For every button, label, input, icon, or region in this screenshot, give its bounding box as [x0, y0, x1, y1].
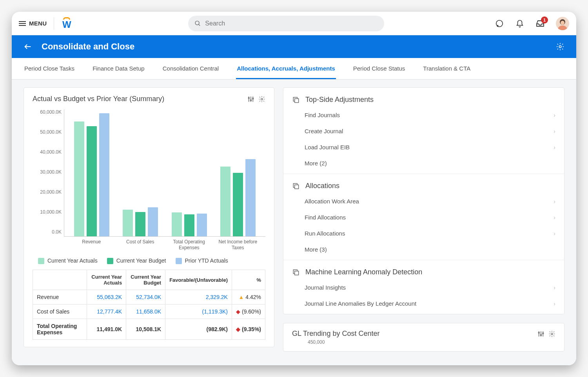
- tab-period-close-status[interactable]: Period Close Status: [352, 58, 406, 79]
- chat-icon[interactable]: [495, 19, 504, 28]
- task-item-label: Load Journal EIB: [305, 144, 350, 150]
- table-row: Cost of Sales12,777.4K11,658.0K(1,119.3K…: [33, 304, 265, 319]
- row-budget[interactable]: 11,658.0K: [126, 304, 165, 319]
- chevron-right-icon: ›: [554, 301, 555, 307]
- task-item-label: Find Journals: [305, 112, 340, 118]
- gl-settings-button[interactable]: [548, 330, 555, 337]
- bar[interactable]: [172, 212, 182, 236]
- bar[interactable]: [135, 212, 145, 236]
- legend-label: Prior YTD Actuals: [185, 257, 228, 264]
- bar[interactable]: [197, 214, 207, 237]
- page-title: Consolidate and Close: [42, 42, 134, 52]
- menu-label: MENU: [29, 20, 47, 27]
- chevron-right-icon: ›: [554, 214, 555, 221]
- row-fav[interactable]: (1,119.3K): [165, 304, 232, 319]
- svg-point-24: [541, 334, 542, 335]
- bar[interactable]: [123, 210, 133, 236]
- bar[interactable]: [148, 207, 158, 237]
- bar[interactable]: [220, 167, 230, 237]
- table-header-pct: %: [232, 270, 265, 290]
- legend-item: Prior YTD Actuals: [176, 257, 228, 264]
- task-item[interactable]: Run Allocations›: [283, 225, 564, 241]
- bar[interactable]: [74, 121, 84, 236]
- task-section-header: Allocations: [283, 176, 564, 193]
- tasks-card: Top-Side AdjustmentsFind Journals›Create…: [283, 87, 564, 314]
- bar[interactable]: [245, 159, 256, 236]
- row-fav: (982.9K): [165, 319, 232, 340]
- task-item-label: More (2): [305, 160, 327, 167]
- row-fav[interactable]: 2,329.2K: [165, 290, 232, 304]
- tab-allocations-accruals-adjustments[interactable]: Allocations, Accruals, Adjustments: [236, 58, 336, 79]
- y-tick: 0.0K: [52, 229, 62, 235]
- task-item-label: Create Journal: [305, 128, 343, 134]
- divider: [54, 17, 54, 30]
- legend-swatch: [107, 258, 113, 264]
- page-settings-button[interactable]: [556, 42, 564, 51]
- task-section-header: Machine Learning Anomaly Detection: [283, 263, 564, 279]
- bar[interactable]: [87, 126, 97, 236]
- bar-group: [218, 159, 258, 236]
- task-item[interactable]: Allocation Work Area›: [283, 193, 564, 209]
- tab-translation-cta[interactable]: Translation & CTA: [422, 58, 471, 79]
- inbox-icon[interactable]: 1: [535, 19, 545, 28]
- x-tick: Net Income before Taxes: [218, 239, 258, 250]
- svg-point-13: [261, 98, 263, 100]
- row-actuals[interactable]: 12,777.4K: [87, 304, 126, 319]
- triangle-up-icon: ▲: [238, 294, 244, 300]
- search-input[interactable]: [205, 20, 378, 27]
- task-item-label: Run Allocations: [305, 230, 345, 237]
- gl-trending-card: GL Trending by Cost Center 450,000: [283, 323, 564, 352]
- tab-consolidation-central[interactable]: Consolidation Central: [162, 58, 220, 79]
- legend-swatch: [38, 258, 44, 264]
- row-actuals[interactable]: 55,063.2K: [87, 290, 126, 304]
- task-item[interactable]: Load Journal EIB›: [283, 139, 564, 155]
- task-item[interactable]: Journal Line Anomalies By Ledger Account…: [283, 295, 564, 312]
- row-label: Cost of Sales: [33, 304, 87, 319]
- y-tick: 40,000.0K: [40, 149, 62, 155]
- task-item[interactable]: More (3): [283, 241, 564, 257]
- task-item[interactable]: Create Journal›: [283, 123, 564, 139]
- svg-point-6: [559, 45, 561, 48]
- x-tick: Total Operating Expenses: [169, 239, 209, 250]
- svg-point-10: [248, 97, 249, 98]
- task-item[interactable]: More (2): [283, 155, 564, 171]
- task-item[interactable]: Journal Insights›: [283, 279, 564, 295]
- task-item-label: Find Allocations: [305, 214, 346, 221]
- legend-swatch: [176, 258, 182, 264]
- bar[interactable]: [99, 113, 109, 237]
- search-field[interactable]: [188, 16, 384, 31]
- hamburger-icon: [19, 21, 26, 26]
- chart-plot: [64, 109, 265, 237]
- bar[interactable]: [184, 214, 194, 236]
- legend-label: Current Year Actuals: [47, 257, 98, 264]
- menu-button[interactable]: MENU: [19, 20, 47, 27]
- svg-point-0: [195, 21, 199, 25]
- chart-settings-button[interactable]: [258, 96, 265, 103]
- tab-finance-data-setup[interactable]: Finance Data Setup: [92, 58, 145, 79]
- table-header-budget: Current Year Budget: [126, 270, 165, 290]
- task-item-label: Journal Line Anomalies By Ledger Account: [305, 300, 416, 307]
- chevron-right-icon: ›: [554, 144, 555, 150]
- gear-icon: [258, 96, 265, 103]
- chart-x-axis: RevenueCost of SalesTotal Operating Expe…: [64, 237, 265, 250]
- svg-point-5: [561, 21, 564, 25]
- back-button[interactable]: [24, 42, 32, 51]
- y-tick: 60,000.0K: [40, 109, 62, 115]
- tab-period-close-tasks[interactable]: Period Close Tasks: [24, 58, 75, 79]
- bell-icon[interactable]: [515, 19, 524, 28]
- gear-icon: [548, 330, 555, 337]
- x-tick: Cost of Sales: [121, 239, 160, 250]
- svg-point-23: [538, 332, 539, 333]
- row-budget[interactable]: 52,734.0K: [126, 290, 165, 304]
- workday-logo[interactable]: W: [61, 18, 72, 29]
- task-item[interactable]: Find Allocations›: [283, 209, 564, 225]
- avatar[interactable]: [556, 17, 569, 30]
- chart-filter-button[interactable]: [247, 96, 254, 103]
- bar[interactable]: [233, 173, 243, 237]
- task-section-title: Allocations: [305, 182, 339, 190]
- task-item[interactable]: Find Journals›: [283, 107, 564, 123]
- chevron-right-icon: ›: [554, 112, 555, 118]
- gl-filter-button[interactable]: [537, 330, 544, 337]
- arrow-left-icon: [24, 42, 32, 51]
- diamond-icon: ◆: [236, 308, 240, 315]
